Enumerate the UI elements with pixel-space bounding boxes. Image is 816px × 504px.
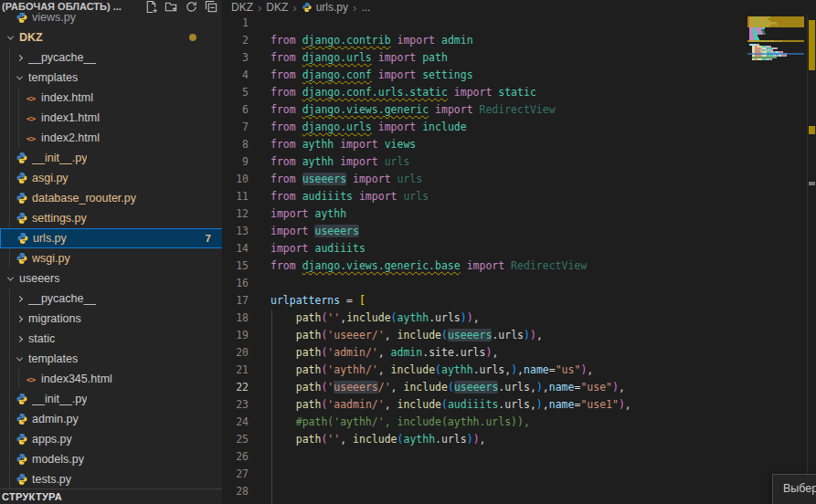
tree-item-wsgi.py[interactable]: wsgi.py <box>0 248 223 268</box>
code-token: aythh <box>302 138 334 151</box>
line-number: 18 <box>224 310 249 327</box>
code-line-13[interactable]: 13import useeers <box>224 223 816 240</box>
code-token: /' <box>378 381 391 394</box>
code-token: ) <box>473 433 480 446</box>
breadcrumb-item[interactable]: urls.py <box>302 1 348 14</box>
tree-item-__init__.py[interactable]: __init__.py <box>0 148 223 168</box>
tree-item-__init__.py[interactable]: __init__.py <box>0 389 223 409</box>
tree-item-templates[interactable]: templates <box>0 349 223 369</box>
code-area[interactable]: 12from django.contrib import admin3from … <box>224 0 816 504</box>
breadcrumb-item[interactable]: DKZ <box>266 1 288 14</box>
code-token: path <box>296 363 322 376</box>
code-token: from <box>270 34 302 47</box>
code-token: django.views.generic <box>302 103 429 116</box>
tree-item-index1.html[interactable]: <>index1.html <box>0 108 223 128</box>
code-token: import <box>372 121 422 133</box>
tree-item-index345.html[interactable]: <>index345.html <box>0 369 223 389</box>
chevron-down-icon <box>16 73 23 79</box>
breadcrumb-item[interactable]: DKZ <box>231 1 253 14</box>
new-file-icon[interactable] <box>144 0 158 14</box>
code-line-8[interactable]: 8from aythh import views <box>224 136 816 153</box>
code-line-1[interactable]: 1 <box>224 15 816 32</box>
code-text: from django.conf import settings <box>270 67 473 84</box>
code-line-14[interactable]: 14import audiiits <box>224 240 816 257</box>
code-line-17[interactable]: 17urlpatterns = [ <box>224 292 816 310</box>
minimap[interactable] <box>747 0 804 504</box>
code-line-22[interactable]: 22 path('useeers/', include(useeers.urls… <box>224 379 816 396</box>
code-token: urls <box>397 173 422 185</box>
code-line-18[interactable]: 18 path('',include(aythh.urls)), <box>224 310 816 327</box>
code-line-5[interactable]: 5from django.conf.urls.static import sta… <box>224 84 816 101</box>
code-token: , <box>536 329 543 341</box>
code-line-3[interactable]: 3from django.urls import path <box>224 49 816 67</box>
code-line-6[interactable]: 6from django.views.generic import Redire… <box>224 101 816 119</box>
tree-item-useeers[interactable]: useeers <box>0 268 223 289</box>
tree-item-__pycache__[interactable]: __pycache__ <box>0 289 223 309</box>
code-text: from django.urls import path <box>270 49 448 67</box>
line-number: 26 <box>224 448 249 466</box>
tree-item-asgi.py[interactable]: asgi.py <box>0 168 223 188</box>
code-line-20[interactable]: 20 path('admin/', admin.site.urls), <box>224 344 816 362</box>
tree-item-urls.py[interactable]: urls.py7 <box>0 228 223 248</box>
python-icon <box>15 393 28 406</box>
outline-section-header[interactable]: СТРУКТУРА <box>0 488 222 504</box>
collapse-all-icon[interactable] <box>205 0 218 14</box>
code-token: path <box>296 433 322 446</box>
code-token: , <box>543 398 549 411</box>
code-line-23[interactable]: 23 path('aadmin/', include(audiiits.urls… <box>224 396 816 414</box>
code-line-9[interactable]: 9from aythh import urls <box>224 153 816 171</box>
code-token: , <box>492 346 498 359</box>
tree-item-DKZ[interactable]: DKZ <box>0 27 223 47</box>
explorer-section-header: (РАБОЧАЯ ОБЛАСТЬ) ... <box>0 0 222 13</box>
tree-item-migrations[interactable]: migrations <box>0 309 223 329</box>
tree-item-index.html[interactable]: <>index.html <box>0 88 223 108</box>
code-line-21[interactable]: 21 path('aythh/', include(aythh.urls,),n… <box>224 362 816 379</box>
tree-item-settings.py[interactable]: settings.py <box>0 208 223 228</box>
code-token: .urls, <box>498 398 536 411</box>
code-line-11[interactable]: 11from audiiits import urls <box>224 188 816 205</box>
python-icon <box>15 433 28 446</box>
tree-item-label: useeers <box>19 272 59 285</box>
code-text: from useeers import urls <box>270 171 422 188</box>
code-token: from <box>270 155 302 168</box>
new-folder-icon[interactable] <box>164 0 178 14</box>
code-token: .urls <box>435 433 467 446</box>
code-line-15[interactable]: 15from django.views.generic.base import … <box>224 257 816 275</box>
tree-item-models.py[interactable]: models.py <box>0 449 223 469</box>
tree-item-tests.py[interactable]: tests.py <box>0 469 223 489</box>
code-line-24[interactable]: 24 #path('aythh/', include(aythh.urls)), <box>224 414 816 431</box>
code-line-25[interactable]: 25 path('', include(aythh.urls)), <box>224 431 816 448</box>
tree-item-templates[interactable]: templates <box>0 68 223 88</box>
tree-item-admin.py[interactable]: admin.py <box>0 409 223 429</box>
code-line-16[interactable]: 16 <box>224 275 816 292</box>
refresh-icon[interactable] <box>185 0 198 14</box>
code-line-2[interactable]: 2from django.contrib import admin <box>224 32 816 49</box>
tree-item-index2.html[interactable]: <>index2.html <box>0 128 223 148</box>
editor-pane: DKZ›DKZ›urls.py›... 12from django.contri… <box>224 0 816 504</box>
code-line-12[interactable]: 12import aythh <box>224 205 816 223</box>
explorer-sidebar: views.pyDKZ__pycache__templates<>index.h… <box>0 0 223 504</box>
code-line-7[interactable]: 7from django.urls import include <box>224 119 816 136</box>
tree-item-static[interactable]: static <box>0 329 223 349</box>
code-token: import <box>391 34 441 47</box>
code-line-26[interactable]: 26 <box>224 448 816 466</box>
tree-item-__pycache__[interactable]: __pycache__ <box>0 47 223 68</box>
code-line-27[interactable]: 27 <box>224 466 816 483</box>
tree-item-label: wsgi.py <box>32 252 70 265</box>
tree-item-database_roouter.py[interactable]: database_roouter.py <box>0 188 223 208</box>
overview-ruler-scrollbar[interactable] <box>807 0 816 504</box>
tree-item-apps.py[interactable]: apps.py <box>0 429 223 449</box>
code-line-4[interactable]: 4from django.conf import settings <box>224 67 816 84</box>
line-number: 2 <box>224 32 249 49</box>
code-token: views <box>385 138 417 151</box>
code-text: path('admin/', admin.site.urls), <box>270 344 498 362</box>
breadcrumb-item[interactable]: ... <box>361 1 370 14</box>
code-token: admin <box>441 34 473 47</box>
code-token: [ <box>359 294 366 307</box>
code-token: path <box>296 311 322 324</box>
code-token: path <box>296 346 322 359</box>
code-line-28[interactable]: 28 <box>224 483 816 500</box>
chevron-right-icon <box>16 54 23 60</box>
code-line-10[interactable]: 10from useeers import urls <box>224 171 816 188</box>
code-line-19[interactable]: 19 path('useeer/', include(useeers.urls)… <box>224 327 816 344</box>
